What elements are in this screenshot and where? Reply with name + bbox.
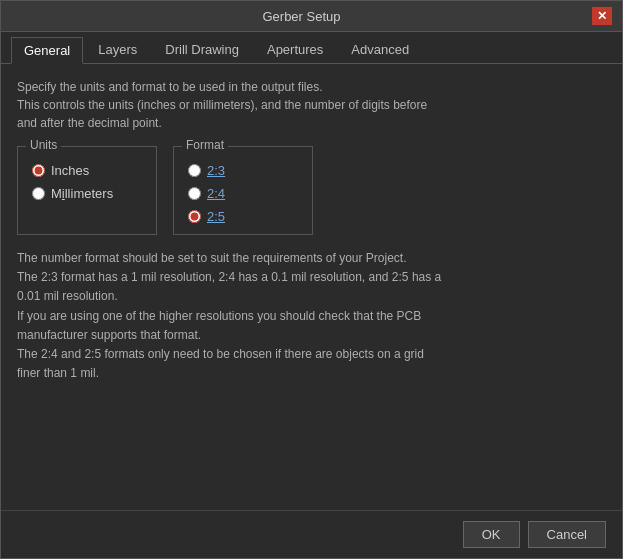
format-25-row[interactable]: 2:5 xyxy=(188,209,298,224)
tab-bar: General Layers Drill Drawing Apertures A… xyxy=(1,32,622,64)
units-inches-label: Inches xyxy=(51,163,89,178)
format-25-radio[interactable] xyxy=(188,210,201,223)
units-group-label: Units xyxy=(26,138,61,152)
units-format-row: Units Inches Millimeters Format 2:3 xyxy=(17,146,606,235)
main-content: Specify the units and format to be used … xyxy=(1,64,622,510)
description-block: Specify the units and format to be used … xyxy=(17,78,606,132)
gerber-setup-dialog: Gerber Setup ✕ General Layers Drill Draw… xyxy=(0,0,623,559)
footer: OK Cancel xyxy=(1,510,622,558)
title-bar: Gerber Setup ✕ xyxy=(1,1,622,32)
ok-button[interactable]: OK xyxy=(463,521,520,548)
units-millimeters-row[interactable]: Millimeters xyxy=(32,186,142,201)
tab-advanced[interactable]: Advanced xyxy=(338,36,422,63)
format-24-radio[interactable] xyxy=(188,187,201,200)
format-23-label: 2:3 xyxy=(207,163,225,178)
format-group: Format 2:3 2:4 2:5 xyxy=(173,146,313,235)
dialog-title: Gerber Setup xyxy=(11,9,592,24)
format-24-row[interactable]: 2:4 xyxy=(188,186,298,201)
tab-layers[interactable]: Layers xyxy=(85,36,150,63)
units-inches-radio[interactable] xyxy=(32,164,45,177)
units-millimeters-label: Millimeters xyxy=(51,186,113,201)
description-line1: Specify the units and format to be used … xyxy=(17,80,323,94)
format-group-label: Format xyxy=(182,138,228,152)
format-24-label: 2:4 xyxy=(207,186,225,201)
units-group: Units Inches Millimeters xyxy=(17,146,157,235)
tab-apertures[interactable]: Apertures xyxy=(254,36,336,63)
info-text-block: The number format should be set to suit … xyxy=(17,249,606,383)
units-millimeters-radio[interactable] xyxy=(32,187,45,200)
description-line2: This controls the units (inches or milli… xyxy=(17,98,427,112)
format-23-row[interactable]: 2:3 xyxy=(188,163,298,178)
format-25-label: 2:5 xyxy=(207,209,225,224)
tab-drill-drawing[interactable]: Drill Drawing xyxy=(152,36,252,63)
description-line3: and after the decimal point. xyxy=(17,116,162,130)
format-23-radio[interactable] xyxy=(188,164,201,177)
close-button[interactable]: ✕ xyxy=(592,7,612,25)
cancel-button[interactable]: Cancel xyxy=(528,521,606,548)
units-inches-row[interactable]: Inches xyxy=(32,163,142,178)
tab-general[interactable]: General xyxy=(11,37,83,64)
